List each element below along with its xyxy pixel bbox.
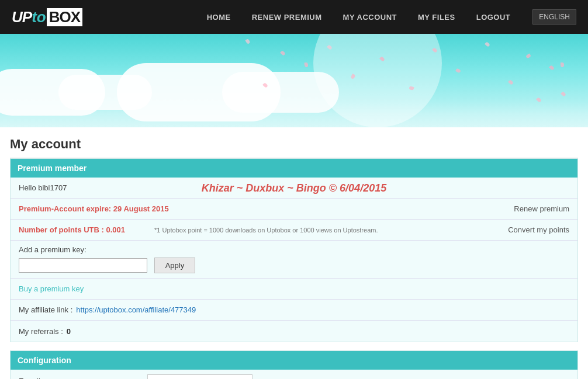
watermark: Khizar ~ Duxbux ~ Bingo © 6/04/2015 [202,182,386,194]
expire-row: Premium-Account expire: 29 August 2015 R… [11,199,577,220]
affiliate-label: My affiliate link : [19,305,72,314]
referrals-count: 0 [67,327,71,336]
points-value: 0.001 [106,225,126,234]
nav-home[interactable]: HOME [196,0,241,34]
banner [0,34,588,127]
apply-button[interactable]: Apply [154,258,196,273]
config-section-header: Configuration [11,351,577,370]
petal [485,41,490,47]
affiliate-row: My affiliate link : https://uptobox.com/… [11,300,577,321]
email-row: E-mail [11,370,577,379]
referrals-row: My referrals : 0 [11,321,577,342]
email-input[interactable] [147,374,253,379]
expire-label: Premium-Account expire: 29 August 2015 [19,204,169,213]
nav-my-files[interactable]: MY FILES [407,0,466,34]
page-title: My account [10,127,578,158]
expire-value: 29 August 2015 [113,204,169,213]
hello-label: Hello bibi1707 [19,183,147,192]
points-row: Number of points UTB : 0.001 *1 Uptobox … [11,220,577,241]
affiliate-link[interactable]: https://uptobox.com/affiliate/477349 [76,305,196,314]
email-label: E-mail [19,377,147,379]
premium-section: Premium member Hello bibi1707 Khizar ~ D… [10,158,578,342]
petal [245,39,250,44]
buy-key-row: Buy a premium key [11,279,577,300]
points-label: Number of points UTB : 0.001 [19,225,147,234]
logo-to: to [32,8,46,26]
page-outer: UPtoBOX HOME RENEW PREMIUM MY ACCOUNT MY… [0,0,588,379]
add-key-row: Add a premium key: Apply [11,241,577,279]
buy-key-link[interactable]: Buy a premium key [19,284,84,293]
add-key-label: Add a premium key: [19,245,147,254]
hello-row: Hello bibi1707 Khizar ~ Duxbux ~ Bingo ©… [11,178,577,199]
referrals-label: My referrals : [19,327,63,336]
nav-my-account[interactable]: MY ACCOUNT [333,0,407,34]
content-wrap: My account Premium member Hello bibi1707… [2,127,586,379]
key-input-wrap: Apply [19,258,195,273]
nav-renew-premium[interactable]: RENEW PREMIUM [241,0,333,34]
petal [455,68,461,73]
premium-section-body: Hello bibi1707 Khizar ~ Duxbux ~ Bingo ©… [11,178,577,342]
convert-points-link[interactable]: Convert my points [508,225,569,234]
config-section: Configuration E-mail [10,350,578,379]
petal [536,97,542,103]
petal [525,53,531,58]
petal [561,62,564,67]
premium-key-input[interactable] [19,258,147,273]
petal [549,65,555,71]
petal [280,50,286,56]
renew-premium-link[interactable]: Renew premium [514,204,569,213]
cloud-4 [222,72,339,113]
logo-up: UP [12,8,32,26]
nav-links: HOME RENEW PREMIUM MY ACCOUNT MY FILES L… [196,0,521,34]
language-button[interactable]: ENGLISH [532,9,576,25]
petal [508,79,514,85]
points-note: *1 Uptobox point = 1000 downloads on Upt… [154,227,378,234]
petal [304,62,308,68]
config-section-body: E-mail [11,370,577,379]
premium-section-header: Premium member [11,159,577,178]
petal [561,91,566,97]
navbar: UPtoBOX HOME RENEW PREMIUM MY ACCOUNT MY… [0,0,588,34]
nav-logout[interactable]: LOGOUT [466,0,521,34]
logo-box: BOX [47,8,82,26]
logo: UPtoBOX [12,8,82,26]
